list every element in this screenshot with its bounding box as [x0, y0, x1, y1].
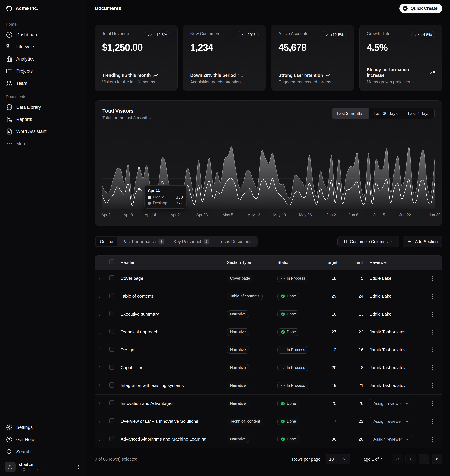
- row-header-cell[interactable]: Executive summary: [118, 312, 225, 317]
- column-header-section-type[interactable]: Section Type: [225, 260, 275, 265]
- row-actions-button[interactable]: [429, 275, 436, 282]
- limit-cell[interactable]: 8: [339, 365, 366, 370]
- tab-past-performance[interactable]: Past Performance3: [118, 237, 169, 246]
- sidebar-item-analytics[interactable]: Analytics: [3, 53, 83, 65]
- range-last-7-days[interactable]: Last 7 days: [403, 108, 434, 119]
- target-cell[interactable]: 20: [326, 365, 339, 370]
- row-header-cell[interactable]: Design: [118, 347, 225, 353]
- prev-page-button[interactable]: [405, 454, 416, 464]
- drag-handle[interactable]: [95, 330, 106, 335]
- row-actions-button[interactable]: [429, 347, 436, 353]
- row-actions-button[interactable]: [429, 418, 436, 425]
- customize-columns-button[interactable]: Customize Columns: [338, 236, 399, 247]
- target-cell[interactable]: 19: [326, 383, 339, 388]
- row-header-cell[interactable]: Innovation and Advantages: [118, 401, 225, 406]
- row-checkbox[interactable]: [109, 436, 114, 441]
- limit-cell[interactable]: 23: [339, 419, 366, 424]
- user-menu-button[interactable]: [76, 464, 82, 470]
- user-menu[interactable]: shadcn m@example.com: [3, 459, 83, 476]
- target-cell[interactable]: 18: [326, 276, 339, 281]
- row-actions-button[interactable]: [429, 293, 436, 300]
- sidebar-item-search[interactable]: Search: [3, 446, 83, 458]
- row-checkbox[interactable]: [109, 311, 114, 316]
- limit-cell[interactable]: 28: [339, 436, 366, 442]
- tab-focus-documents[interactable]: Focus Documents: [214, 237, 257, 246]
- sidebar-item-settings[interactable]: Settings: [3, 421, 83, 434]
- row-checkbox[interactable]: [109, 275, 114, 280]
- sidebar-item-more[interactable]: More: [3, 138, 83, 150]
- quick-create-button[interactable]: Quick Create: [399, 4, 442, 13]
- assign-reviewer-select[interactable]: Assign reviewer: [370, 399, 413, 408]
- add-section-button[interactable]: Add Section: [403, 236, 442, 247]
- drag-handle[interactable]: [95, 294, 106, 299]
- limit-cell[interactable]: 5: [339, 276, 366, 281]
- range-last-3-months[interactable]: Last 3 months: [332, 108, 368, 119]
- sidebar-item-projects[interactable]: Projects: [3, 65, 83, 77]
- drag-handle[interactable]: [95, 401, 106, 406]
- row-checkbox[interactable]: [109, 418, 114, 423]
- column-header-header[interactable]: Header: [118, 260, 225, 265]
- row-checkbox[interactable]: [109, 347, 114, 352]
- row-header-cell[interactable]: Overview of EMR's Innovative Solutions: [118, 419, 225, 424]
- last-page-button[interactable]: [432, 454, 442, 464]
- limit-cell[interactable]: 24: [339, 294, 366, 299]
- row-checkbox[interactable]: [109, 383, 114, 388]
- target-cell[interactable]: 25: [326, 401, 339, 406]
- assign-reviewer-select[interactable]: Assign reviewer: [370, 435, 413, 444]
- row-checkbox[interactable]: [109, 293, 114, 298]
- select-all-checkbox[interactable]: [109, 259, 114, 264]
- row-header-cell[interactable]: Cover page: [118, 276, 225, 281]
- limit-cell[interactable]: 13: [339, 312, 366, 317]
- sidebar-item-lifecycle[interactable]: Lifecycle: [3, 41, 83, 53]
- drag-handle[interactable]: [95, 365, 106, 370]
- row-checkbox[interactable]: [109, 365, 114, 370]
- target-cell[interactable]: 2: [326, 347, 339, 353]
- range-last-30-days[interactable]: Last 30 days: [368, 108, 403, 119]
- sidebar-item-get-help[interactable]: Get Help: [3, 434, 83, 446]
- column-header-reviewer[interactable]: Reviewer: [366, 260, 427, 265]
- visitors-chart[interactable]: Apr 11Mobile350Desktop327: [102, 130, 435, 209]
- first-page-button[interactable]: [392, 454, 403, 464]
- drag-handle[interactable]: [95, 419, 106, 424]
- limit-cell[interactable]: 16: [339, 347, 366, 353]
- assign-reviewer-select[interactable]: Assign reviewer: [370, 417, 413, 426]
- drag-handle[interactable]: [95, 437, 106, 442]
- row-header-cell[interactable]: Technical approach: [118, 329, 225, 335]
- column-header-status[interactable]: Status: [275, 260, 326, 265]
- sidebar-item-word-assistant[interactable]: Word Assistant: [3, 125, 83, 138]
- row-actions-button[interactable]: [429, 311, 436, 318]
- row-header-cell[interactable]: Capabilities: [118, 365, 225, 370]
- target-cell[interactable]: 27: [326, 329, 339, 335]
- column-header-limit[interactable]: Limit: [339, 260, 366, 265]
- sidebar-item-reports[interactable]: Reports: [3, 113, 83, 125]
- row-actions-button[interactable]: [429, 400, 436, 407]
- target-cell[interactable]: 7: [326, 419, 339, 424]
- row-header-cell[interactable]: Advanced Algorithms and Machine Learning: [118, 436, 225, 442]
- drag-handle[interactable]: [95, 276, 106, 281]
- row-actions-button[interactable]: [429, 364, 436, 371]
- tab-key-personnel[interactable]: Key Personnel2: [169, 237, 214, 246]
- drag-handle[interactable]: [95, 312, 106, 317]
- rows-per-page-select[interactable]: 10: [326, 454, 350, 464]
- tab-outline[interactable]: Outline: [96, 237, 117, 246]
- target-cell[interactable]: 30: [326, 436, 339, 442]
- drag-handle[interactable]: [95, 383, 106, 388]
- row-actions-button[interactable]: [429, 329, 436, 335]
- row-actions-button[interactable]: [429, 436, 436, 443]
- sidebar-item-team[interactable]: Team: [3, 77, 83, 89]
- row-header-cell[interactable]: Integration with existing systems: [118, 383, 225, 388]
- sidebar-item-dashboard[interactable]: Dashboard: [3, 29, 83, 41]
- limit-cell[interactable]: 26: [339, 401, 366, 406]
- drag-handle[interactable]: [95, 347, 106, 353]
- next-page-button[interactable]: [419, 454, 429, 464]
- row-checkbox[interactable]: [109, 329, 114, 334]
- target-cell[interactable]: 29: [326, 294, 339, 299]
- limit-cell[interactable]: 23: [339, 329, 366, 335]
- sidebar-item-data-library[interactable]: Data Library: [3, 101, 83, 113]
- column-header-target[interactable]: Target: [326, 260, 339, 265]
- limit-cell[interactable]: 21: [339, 383, 366, 388]
- row-checkbox[interactable]: [109, 400, 114, 405]
- workspace-switcher[interactable]: Acme Inc.: [0, 0, 86, 17]
- row-actions-button[interactable]: [429, 382, 436, 389]
- row-header-cell[interactable]: Table of contents: [118, 294, 225, 299]
